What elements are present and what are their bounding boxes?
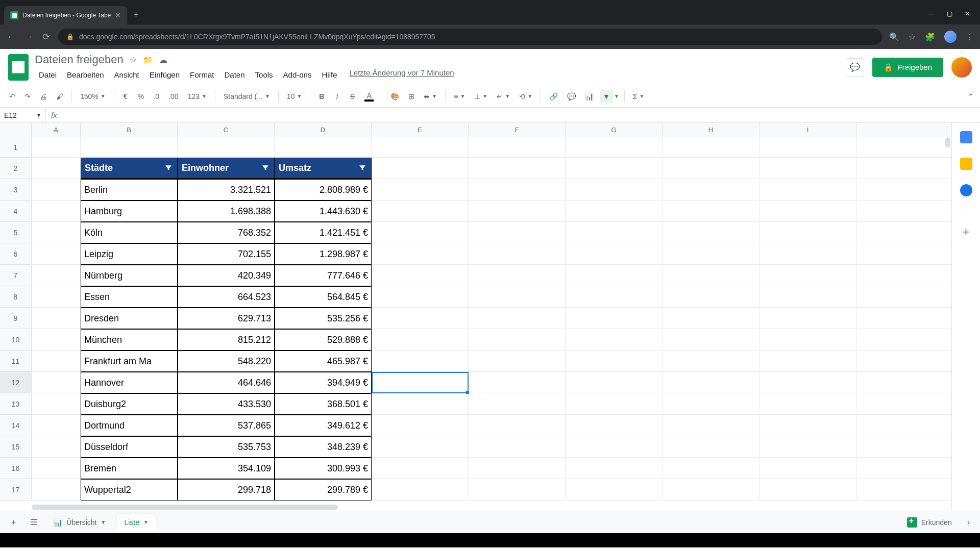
cell-F12[interactable] bbox=[469, 372, 566, 393]
explore-button[interactable]: Erkunden bbox=[900, 514, 959, 531]
cell-E16[interactable] bbox=[372, 458, 469, 479]
menu-addons[interactable]: Add-ons bbox=[279, 68, 316, 81]
cell-A8[interactable] bbox=[32, 286, 81, 308]
cell-I12[interactable] bbox=[760, 372, 856, 393]
cell-F10[interactable] bbox=[469, 329, 566, 350]
cell-H7[interactable] bbox=[663, 265, 760, 286]
cell-H11[interactable] bbox=[663, 350, 760, 372]
cell-C13[interactable]: 433.530 bbox=[178, 393, 275, 415]
decrease-decimal-button[interactable]: .0 bbox=[150, 90, 162, 103]
font-size-dropdown[interactable]: 10▼ bbox=[284, 90, 305, 103]
cell-G12[interactable] bbox=[566, 372, 663, 393]
text-color-button[interactable]: A bbox=[361, 89, 377, 104]
cell-H17[interactable] bbox=[663, 479, 760, 500]
row-header-1[interactable]: 1 bbox=[0, 137, 32, 158]
column-header-F[interactable]: F bbox=[469, 123, 566, 137]
print-button[interactable]: 🖨 bbox=[37, 90, 50, 103]
cell-H3[interactable] bbox=[663, 179, 760, 201]
row-header-11[interactable]: 11 bbox=[0, 350, 32, 372]
menu-tools[interactable]: Tools bbox=[251, 68, 277, 81]
maximize-icon[interactable]: ▢ bbox=[947, 10, 952, 17]
menu-format[interactable]: Format bbox=[186, 68, 218, 81]
cell-G14[interactable] bbox=[566, 415, 663, 436]
cell-H4[interactable] bbox=[663, 201, 760, 222]
cell-D11[interactable]: 465.987 € bbox=[275, 350, 372, 372]
cell-A14[interactable] bbox=[32, 415, 81, 436]
zoom-dropdown[interactable]: 150%▼ bbox=[77, 90, 109, 103]
menu-hilfe[interactable]: Hilfe bbox=[317, 68, 341, 81]
borders-button[interactable]: ⊞ bbox=[405, 90, 418, 103]
cell-D12[interactable]: 394.949 € bbox=[275, 372, 372, 393]
cell-H9[interactable] bbox=[663, 308, 760, 329]
cell-D15[interactable]: 348.239 € bbox=[275, 436, 372, 458]
cell-E13[interactable] bbox=[372, 393, 469, 415]
cell-I8[interactable] bbox=[760, 286, 856, 308]
cell-B4[interactable]: Hamburg bbox=[81, 201, 178, 222]
cell-A5[interactable] bbox=[32, 222, 81, 243]
cell-C15[interactable]: 535.753 bbox=[178, 436, 275, 458]
cell-I4[interactable] bbox=[760, 201, 856, 222]
cell-E14[interactable] bbox=[372, 415, 469, 436]
name-box[interactable]: E12 ▼ bbox=[0, 108, 46, 122]
cell-D10[interactable]: 529.888 € bbox=[275, 329, 372, 350]
cell-C4[interactable]: 1.698.388 bbox=[178, 201, 275, 222]
menu-daten[interactable]: Daten bbox=[220, 68, 249, 81]
cell-A17[interactable] bbox=[32, 479, 81, 500]
reload-button[interactable]: ⟳ bbox=[41, 31, 51, 42]
keep-icon[interactable] bbox=[960, 158, 972, 170]
document-title[interactable]: Dateien freigeben bbox=[35, 53, 124, 66]
back-button[interactable]: ← bbox=[6, 32, 16, 42]
cell-E3[interactable] bbox=[372, 179, 469, 201]
cell-B1[interactable] bbox=[81, 137, 178, 158]
cell-G13[interactable] bbox=[566, 393, 663, 415]
cell-E15[interactable] bbox=[372, 436, 469, 458]
merge-cells-dropdown[interactable]: ⬌▼ bbox=[421, 90, 440, 103]
share-button[interactable]: 🔒 Freigeben bbox=[872, 58, 943, 77]
cell-F15[interactable] bbox=[469, 436, 566, 458]
cell-G16[interactable] bbox=[566, 458, 663, 479]
tasks-icon[interactable] bbox=[960, 184, 972, 196]
row-header-5[interactable]: 5 bbox=[0, 222, 32, 243]
cell-E5[interactable] bbox=[372, 222, 469, 243]
cell-F13[interactable] bbox=[469, 393, 566, 415]
undo-button[interactable]: ↶ bbox=[6, 90, 18, 103]
cell-B12[interactable]: Hannover bbox=[81, 372, 178, 393]
more-formats-dropdown[interactable]: 123▼ bbox=[185, 90, 210, 103]
bold-button[interactable]: B bbox=[315, 90, 328, 103]
cell-C11[interactable]: 548.220 bbox=[178, 350, 275, 372]
cell-H5[interactable] bbox=[663, 222, 760, 243]
column-header-G[interactable]: G bbox=[566, 123, 663, 137]
cell-E12[interactable] bbox=[372, 372, 469, 393]
cell-D14[interactable]: 349.612 € bbox=[275, 415, 372, 436]
sheets-logo-icon[interactable] bbox=[8, 54, 29, 81]
collapse-toolbar-icon[interactable]: ⌃ bbox=[968, 92, 974, 101]
close-window-icon[interactable]: ✕ bbox=[965, 10, 970, 17]
cell-G15[interactable] bbox=[566, 436, 663, 458]
cell-G1[interactable] bbox=[566, 137, 663, 158]
cell-F1[interactable] bbox=[469, 137, 566, 158]
cell-I11[interactable] bbox=[760, 350, 856, 372]
cell-C3[interactable]: 3.321.521 bbox=[178, 179, 275, 201]
row-header-6[interactable]: 6 bbox=[0, 243, 32, 265]
row-header-14[interactable]: 14 bbox=[0, 415, 32, 436]
row-header-12[interactable]: 12 bbox=[0, 372, 32, 393]
cell-E1[interactable] bbox=[372, 137, 469, 158]
sheet-nav-right-icon[interactable]: › bbox=[963, 518, 974, 527]
cell-F3[interactable] bbox=[469, 179, 566, 201]
sheet-tab-liste[interactable]: Liste ▼ bbox=[117, 514, 155, 531]
cell-D17[interactable]: 299.789 € bbox=[275, 479, 372, 500]
cell-F9[interactable] bbox=[469, 308, 566, 329]
star-icon[interactable]: ☆ bbox=[130, 55, 137, 65]
cell-G10[interactable] bbox=[566, 329, 663, 350]
cell-B8[interactable]: Essen bbox=[81, 286, 178, 308]
menu-datei[interactable]: Datei bbox=[35, 68, 61, 81]
cell-I9[interactable] bbox=[760, 308, 856, 329]
cell-E11[interactable] bbox=[372, 350, 469, 372]
cell-B6[interactable]: Leipzig bbox=[81, 243, 178, 265]
column-header-D[interactable]: D bbox=[275, 123, 372, 137]
column-header-E[interactable]: E bbox=[372, 123, 469, 137]
browser-profile-avatar[interactable] bbox=[944, 31, 957, 43]
cell-C16[interactable]: 354.109 bbox=[178, 458, 275, 479]
cell-B7[interactable]: Nürnberg bbox=[81, 265, 178, 286]
cell-A11[interactable] bbox=[32, 350, 81, 372]
